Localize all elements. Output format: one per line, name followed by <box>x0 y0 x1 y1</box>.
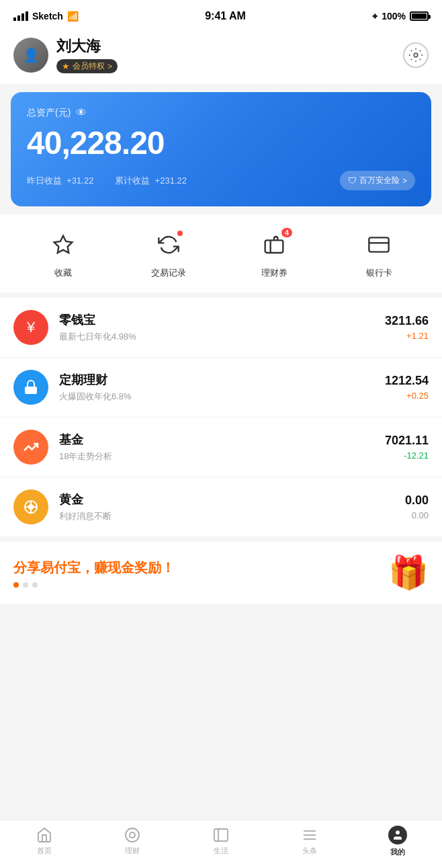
dingqi-info: 定期理财 火爆固收年化6.8% <box>59 372 385 403</box>
action-bank[interactable]: 银行卡 <box>362 228 396 279</box>
action-collect[interactable]: 收藏 <box>46 228 80 279</box>
lock-icon <box>23 379 39 395</box>
bank-card-icon <box>368 234 390 255</box>
signal-icon <box>13 11 28 21</box>
fund-name: 基金 <box>59 432 385 448</box>
bottom-nav: 首页 理财 生活 头条 我的 <box>0 820 442 868</box>
balance-label: 总资产(元) 👁 <box>27 107 415 119</box>
wifi-icon: 📶 <box>67 11 79 22</box>
bank-icon-wrap <box>362 228 396 262</box>
product-lingqianbao[interactable]: ¥ 零钱宝 最新七日年化4.98% 3211.66 +1.21 <box>0 298 442 358</box>
gold-values: 0.00 0.00 <box>405 494 429 520</box>
battery-percent: 100% <box>382 11 406 22</box>
gold-change: 0.00 <box>405 510 429 520</box>
trend-icon <box>23 439 39 455</box>
yesterday-label: 昨日收益 <box>27 175 62 186</box>
gold-desc: 利好消息不断 <box>59 510 405 522</box>
battery-icon <box>410 11 429 21</box>
fund-values: 7021.11 -12.21 <box>385 434 429 461</box>
action-coupon[interactable]: 4 理财券 <box>257 228 291 279</box>
product-gold[interactable]: 黄金 利好消息不断 0.00 0.00 <box>0 477 442 537</box>
gold-symbol-icon <box>23 499 39 515</box>
banner-dot-2 <box>23 582 28 588</box>
svg-point-0 <box>414 53 418 57</box>
banner-dot-3 <box>32 582 38 588</box>
coupon-icon <box>263 234 285 255</box>
life-icon <box>213 827 229 843</box>
header: 👤 刘大海 ★ 会员特权 > <box>0 30 442 84</box>
member-label: 会员特权 <box>73 61 105 72</box>
star-collect-icon <box>52 234 74 255</box>
product-dingqi[interactable]: 定期理财 火爆固收年化6.8% 1212.54 +0.25 <box>0 358 442 418</box>
bottom-spacer <box>0 604 442 658</box>
nav-home[interactable]: 首页 <box>0 827 89 856</box>
username: 刘大海 <box>56 36 118 56</box>
dingqi-amount: 1212.54 <box>385 374 429 388</box>
collect-icon-wrap <box>46 228 80 262</box>
gold-amount: 0.00 <box>405 494 429 508</box>
lingqianbao-symbol: ¥ <box>27 319 35 336</box>
member-badge[interactable]: ★ 会员特权 > <box>56 59 118 73</box>
gold-icon <box>13 489 48 524</box>
shield-icon: 🛡 <box>348 175 357 186</box>
fund-info: 基金 18年走势分析 <box>59 432 385 463</box>
dingqi-values: 1212.54 +0.25 <box>385 374 429 401</box>
coupon-icon-wrap: 4 <box>257 228 291 262</box>
status-left: Sketch 📶 <box>13 11 79 22</box>
svg-point-10 <box>126 828 139 842</box>
divider-1 <box>0 292 442 298</box>
svg-rect-5 <box>25 387 37 394</box>
avatar[interactable]: 👤 <box>13 38 48 73</box>
banner-container: 分享易付宝，赚现金奖励！ 🎁 <box>0 542 442 604</box>
gold-info: 黄金 利好消息不断 <box>59 491 405 522</box>
total-earnings: 累计收益 +231.22 <box>115 175 187 187</box>
person-icon <box>392 829 404 841</box>
svg-point-11 <box>130 832 135 838</box>
coupon-label: 理财券 <box>261 267 288 279</box>
lingqianbao-values: 3211.66 +1.21 <box>385 314 429 341</box>
member-arrow: > <box>107 62 112 71</box>
dingqi-change: +0.25 <box>385 391 429 401</box>
nav-mine-label: 我的 <box>390 847 405 857</box>
product-fund[interactable]: 基金 18年走势分析 7021.11 -12.21 <box>0 418 442 477</box>
lingqianbao-info: 零钱宝 最新七日年化4.98% <box>59 312 385 343</box>
banner-content: 分享易付宝，赚现金奖励！ <box>13 559 175 588</box>
balance-card: 总资产(元) 👁 40,228.20 昨日收益 +31.22 累计收益 +231… <box>11 92 431 206</box>
total-label: 累计收益 <box>115 175 150 186</box>
fund-amount: 7021.11 <box>385 434 429 448</box>
yesterday-earnings: 昨日收益 +31.22 <box>27 175 93 187</box>
balance-bottom: 昨日收益 +31.22 累计收益 +231.22 🛡 百万安全险 > <box>27 171 415 190</box>
banner-gift-icon: 🎁 <box>388 554 429 592</box>
lingqianbao-amount: 3211.66 <box>385 314 429 328</box>
nav-mine[interactable]: 我的 <box>353 826 442 857</box>
dingqi-icon <box>13 370 48 405</box>
insurance-arrow: > <box>402 176 407 186</box>
nav-life-label: 生活 <box>214 846 228 856</box>
nav-life[interactable]: 生活 <box>177 827 265 856</box>
lingqianbao-change: +1.21 <box>385 331 429 341</box>
svg-rect-12 <box>214 829 228 841</box>
action-trade[interactable]: 交易记录 <box>151 228 186 279</box>
svg-rect-3 <box>369 237 388 251</box>
app-name: Sketch <box>32 11 63 22</box>
svg-marker-1 <box>54 236 73 253</box>
insurance-badge[interactable]: 🛡 百万安全险 > <box>340 171 415 190</box>
lingqianbao-desc: 最新七日年化4.98% <box>59 331 385 343</box>
eye-icon[interactable]: 👁 <box>76 107 87 119</box>
product-list: ¥ 零钱宝 最新七日年化4.98% 3211.66 +1.21 定期理财 火爆固… <box>0 298 442 537</box>
quick-actions: 收藏 交易记录 4 理财券 <box>0 214 442 292</box>
banner-text: 分享易付宝，赚现金奖励！ <box>13 559 175 577</box>
trade-icon <box>158 234 179 255</box>
trade-icon-wrap <box>152 228 185 262</box>
nav-home-label: 首页 <box>37 846 52 856</box>
total-value: +231.22 <box>155 175 187 186</box>
banner-dot-1 <box>13 582 19 588</box>
share-banner[interactable]: 分享易付宝，赚现金奖励！ 🎁 <box>0 542 442 604</box>
svg-point-17 <box>396 830 400 834</box>
nav-news[interactable]: 头条 <box>265 827 354 856</box>
banner-dots <box>13 582 175 588</box>
settings-icon[interactable] <box>403 42 429 68</box>
header-left: 👤 刘大海 ★ 会员特权 > <box>13 36 118 73</box>
coupon-badge: 4 <box>281 228 292 237</box>
nav-finance[interactable]: 理财 <box>89 827 177 856</box>
